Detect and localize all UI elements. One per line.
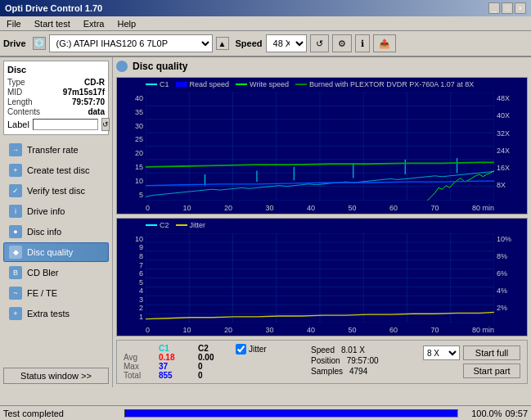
start-part-button[interactable]: Start part <box>463 364 520 378</box>
speed-stat-label: Speed <box>311 345 335 355</box>
drive-selector[interactable]: (G:) ATAPI IHAS120 6 7L0P <box>49 34 213 52</box>
max-c1: 37 <box>159 362 191 371</box>
y-label-35: 35 <box>135 108 143 116</box>
eject-button[interactable]: 📤 <box>373 34 396 52</box>
legend-burned: Burned with PLEXTOR DVDR PX-760A 1.07 at… <box>295 80 474 88</box>
disc-quality-icon: ◆ <box>9 246 22 259</box>
speed-dropdown[interactable]: 8 X <box>423 345 460 360</box>
sidebar-item-create-test-disc[interactable]: + Create test disc <box>3 160 109 180</box>
cd-bler-label: CD Bler <box>27 268 59 278</box>
sidebar-nav: → Transfer rate + Create test disc ✓ Ver… <box>3 140 109 323</box>
stats-header-row: C1 C2 <box>124 344 223 353</box>
maximize-button[interactable]: □ <box>502 2 513 14</box>
sidebar-item-fe-te[interactable]: ~ FE / TE <box>3 283 109 303</box>
status-bar: Test completed 100.0% 09:57 <box>0 405 531 420</box>
legend-burned-label: Burned with PLEXTOR DVDR PX-760A 1.07 at… <box>309 80 474 88</box>
minimize-button[interactable]: _ <box>488 2 500 14</box>
menu-help[interactable]: Help <box>114 19 139 29</box>
disc-length-row: Length 79:57:70 <box>7 97 105 106</box>
cd-bler-icon: B <box>9 266 22 279</box>
speed-selector[interactable]: 48 X <box>266 34 307 52</box>
start-full-button[interactable]: Start full <box>463 345 520 360</box>
status-window-button[interactable]: Status window >> <box>3 368 109 384</box>
bottom-chart-svg <box>146 233 494 323</box>
start-part-row: Start part <box>463 364 520 378</box>
label-refresh-button[interactable]: ↺ <box>101 118 110 131</box>
legend-c2-label: C2 <box>160 221 169 229</box>
extra-tests-label: Extra tests <box>27 309 70 318</box>
stats-panel: C1 C2 Avg 0.18 0.00 Max 37 0 Total <box>116 340 528 384</box>
y-right-32x: 32X <box>497 129 510 138</box>
position-row: Position 79:57:00 <box>311 356 379 365</box>
eject-icon[interactable]: ▲ <box>216 37 229 50</box>
toolbar: Drive 💿 (G:) ATAPI IHAS120 6 7L0P ▲ Spee… <box>0 31 531 57</box>
legend-read-label: Read speed <box>190 80 230 88</box>
close-button[interactable]: × <box>515 2 526 14</box>
fe-te-icon: ~ <box>9 287 22 300</box>
c1-header: C1 <box>159 344 191 353</box>
top-chart: C1 Read speed Write speed Burned with PL… <box>116 77 528 215</box>
sidebar-item-cd-bler[interactable]: B CD Bler <box>3 263 109 282</box>
disc-mid-row: MID 97m15s17f <box>7 88 105 97</box>
bottom-y-axis-right: 10% 8% 6% 4% 2% <box>494 235 527 321</box>
bottom-chart: C2 Jitter 10 9 8 7 6 5 4 3 2 1 <box>116 218 528 336</box>
y-label-10: 10 <box>135 177 143 185</box>
bottom-x-axis: 0 10 20 30 40 50 60 70 80 min <box>146 326 494 334</box>
c2-color <box>146 224 157 226</box>
y-label-25: 25 <box>135 135 143 143</box>
type-key: Type <box>7 78 25 87</box>
menu-extra[interactable]: Extra <box>80 19 108 29</box>
sidebar-item-extra-tests[interactable]: + Extra tests <box>3 304 109 323</box>
sidebar-item-drive-info[interactable]: i Drive info <box>3 201 109 221</box>
avg-label: Avg <box>124 353 152 362</box>
jitter-checkbox-row[interactable]: Jitter <box>236 344 267 355</box>
label-input[interactable] <box>33 119 98 130</box>
sidebar: Disc Type CD-R MID 97m15s17f Length 79:5… <box>0 57 113 387</box>
disc-quality-label: Disc quality <box>27 247 73 257</box>
info-button[interactable]: ℹ <box>355 34 370 52</box>
panel-icon <box>116 61 128 72</box>
sidebar-item-verify-test-disc[interactable]: ✓ Verify test disc <box>3 181 109 201</box>
verify-test-disc-icon: ✓ <box>9 184 22 197</box>
sidebar-item-disc-info[interactable]: ● Disc info <box>3 222 109 242</box>
y-label-15: 15 <box>135 163 143 171</box>
top-x-axis: 0 10 20 30 40 50 60 70 80 min <box>146 204 494 212</box>
jitter-section: Jitter <box>236 344 267 355</box>
menu-start-test[interactable]: Start test <box>31 19 74 29</box>
top-y-axis-right: 48X 40X 32X 24X 16X 8X <box>494 94 527 199</box>
samples-row: Samples 4794 <box>311 367 379 376</box>
legend-c1-label: C1 <box>160 80 169 88</box>
speed-stat-value: 8.01 X <box>341 345 365 355</box>
y-label-40: 40 <box>135 94 143 102</box>
title-bar: Opti Drive Control 1.70 _ □ × <box>0 0 531 16</box>
drive-info-icon: i <box>9 205 22 218</box>
sidebar-item-disc-quality[interactable]: ◆ Disc quality <box>3 242 109 262</box>
jitter-checkbox[interactable] <box>236 344 246 355</box>
legend-jitter: Jitter <box>176 221 206 229</box>
y-right-40x: 40X <box>497 111 510 120</box>
verify-test-disc-label: Verify test disc <box>27 186 85 196</box>
legend-read-speed: Read speed <box>176 80 230 88</box>
top-y-axis-left: 40 35 30 25 20 15 10 5 <box>117 94 146 199</box>
speed-label: Speed <box>236 38 263 48</box>
stats-table: C1 C2 Avg 0.18 0.00 Max 37 0 Total <box>124 344 223 380</box>
avg-c2: 0.00 <box>198 353 223 362</box>
transfer-rate-icon: → <box>9 143 22 156</box>
menu-file[interactable]: File <box>3 19 25 29</box>
jitter-color <box>176 224 187 226</box>
samples-label: Samples <box>311 367 343 376</box>
y-right-48x: 48X <box>497 94 510 102</box>
window-controls[interactable]: _ □ × <box>488 2 526 14</box>
contents-value: data <box>88 107 105 116</box>
create-test-disc-label: Create test disc <box>27 165 89 175</box>
disc-panel-title: Disc <box>7 65 105 75</box>
y-right-16x: 16X <box>497 164 510 172</box>
menu-bar: File Start test Extra Help <box>0 16 531 31</box>
total-label: Total <box>124 371 152 380</box>
type-value: CD-R <box>84 78 105 87</box>
bottom-y-axis-left: 10 9 8 7 6 5 4 3 2 1 <box>117 235 146 321</box>
y-label-30: 30 <box>135 122 143 130</box>
refresh-button[interactable]: ↺ <box>310 34 329 52</box>
sidebar-item-transfer-rate[interactable]: → Transfer rate <box>3 140 109 160</box>
settings-button[interactable]: ⚙ <box>332 34 352 52</box>
